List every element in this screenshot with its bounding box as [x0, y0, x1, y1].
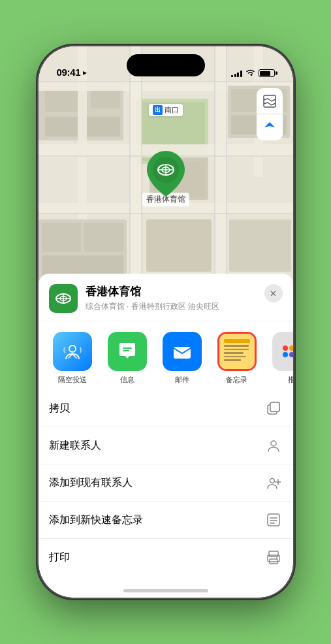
action-label-add-existing: 添加到现有联系人 [49, 476, 133, 490]
svg-rect-49 [270, 402, 279, 411]
action-item-add-existing[interactable]: 添加到现有联系人 [39, 464, 293, 502]
airdrop-icon [53, 332, 92, 371]
location-button[interactable] [257, 114, 283, 140]
more-colors [280, 340, 293, 362]
map-type-button[interactable] [257, 88, 283, 114]
pin-svg [147, 151, 185, 197]
wifi-icon [245, 69, 255, 78]
nankou-badge: 出 [153, 105, 163, 115]
home-indicator [123, 589, 208, 592]
location-arrow-icon: ▸ [83, 68, 87, 77]
map-icon [263, 95, 276, 108]
phone-screen: 09:41 ▸ [39, 46, 293, 598]
svg-rect-54 [268, 514, 279, 526]
action-label-copy: 拷贝 [49, 402, 70, 415]
quick-note-icon [264, 511, 283, 529]
action-label-new-contact: 新建联系人 [49, 439, 101, 453]
bottom-sheet: 香港体育馆 综合体育馆 · 香港特别行政区 油尖旺区 ✕ [39, 274, 293, 598]
person-icon [264, 436, 283, 455]
battery-icon [259, 69, 275, 77]
action-list: 拷贝 新建联系人 [39, 390, 293, 575]
svg-rect-58 [269, 551, 278, 556]
location-arrow-icon [264, 121, 276, 133]
location-desc: 综合体育馆 · 香港特别行政区 油尖旺区 [86, 301, 283, 312]
location-marker: 香港体育馆 [142, 151, 189, 206]
share-label-notes: 备忘录 [226, 375, 247, 385]
share-item-notes[interactable]: 备忘录 [213, 332, 260, 385]
share-label-mail: 邮件 [175, 375, 189, 385]
more-icon [272, 332, 293, 371]
messages-svg [116, 340, 138, 362]
location-card: 香港体育馆 综合体育馆 · 香港特别行政区 油尖旺区 ✕ [39, 274, 293, 321]
mail-icon [163, 332, 202, 371]
mail-svg [171, 340, 193, 362]
action-item-print[interactable]: 打印 [39, 539, 293, 575]
share-item-messages[interactable]: 信息 [104, 332, 151, 385]
svg-rect-44 [123, 347, 132, 349]
share-items: 隔空投送 信息 [49, 332, 283, 385]
share-row: 隔空投送 信息 [39, 321, 293, 390]
status-time: 09:41 [57, 67, 81, 78]
person-add-icon [264, 474, 283, 492]
svg-rect-24 [146, 219, 212, 272]
svg-point-51 [270, 479, 274, 483]
messages-icon [108, 332, 147, 371]
share-label-more: 推 [288, 375, 293, 385]
share-label-messages: 信息 [120, 375, 134, 385]
action-label-print: 打印 [49, 551, 70, 564]
share-label-airdrop: 隔空投送 [58, 375, 87, 385]
map-label-nankou: 出 南口 [149, 104, 183, 116]
share-item-more[interactable]: 推 [268, 332, 293, 385]
location-logo [49, 284, 78, 313]
airdrop-svg [62, 341, 83, 362]
phone-frame: 09:41 ▸ [39, 46, 293, 598]
svg-rect-25 [229, 219, 291, 272]
share-item-airdrop[interactable]: 隔空投送 [49, 332, 96, 385]
svg-rect-45 [123, 350, 129, 351]
svg-point-43 [69, 346, 76, 352]
location-name: 香港体育馆 [86, 284, 283, 299]
svg-rect-22 [84, 223, 123, 252]
action-item-new-contact[interactable]: 新建联系人 [39, 427, 293, 464]
nankou-text: 南口 [165, 105, 179, 115]
action-item-add-notes[interactable]: 添加到新快速备忘录 [39, 502, 293, 539]
copy-icon [264, 399, 283, 417]
action-label-add-notes: 添加到新快速备忘录 [49, 513, 143, 527]
svg-rect-18 [231, 115, 257, 135]
notes-icon [217, 332, 257, 371]
svg-rect-21 [42, 223, 81, 252]
map-controls [257, 88, 283, 140]
dynamic-island [127, 54, 205, 76]
status-icons [231, 69, 275, 78]
share-item-mail[interactable]: 邮件 [159, 332, 206, 385]
svg-point-50 [271, 441, 276, 446]
close-button[interactable]: ✕ [264, 284, 283, 302]
stadium-logo-icon [54, 289, 72, 308]
location-info: 香港体育馆 综合体育馆 · 香港特别行政区 油尖旺区 [86, 284, 283, 312]
print-icon [264, 548, 283, 566]
signal-icon [231, 69, 242, 77]
svg-rect-38 [264, 95, 276, 107]
action-item-copy[interactable]: 拷贝 [39, 390, 293, 427]
svg-point-61 [276, 557, 277, 558]
